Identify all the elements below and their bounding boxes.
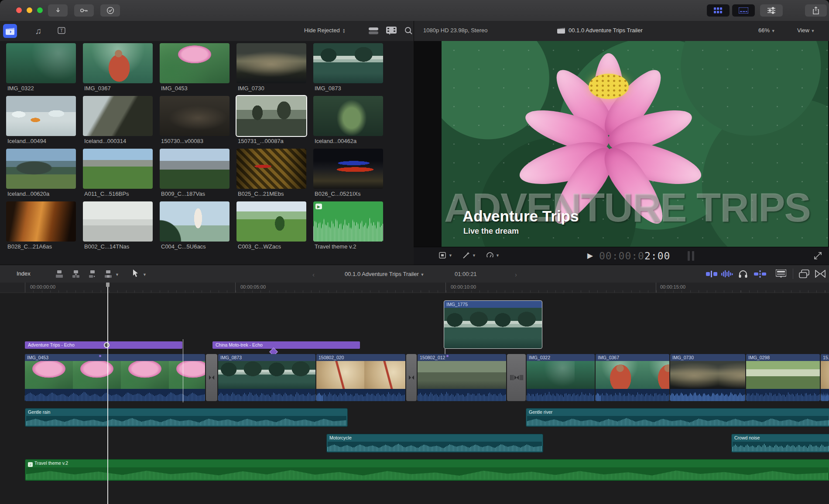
audio-skimming-toggle[interactable]: [721, 269, 734, 278]
clip-thumbnail[interactable]: [83, 96, 153, 136]
timeline-video-clip[interactable]: IMG_0322: [527, 354, 595, 401]
show-browser-button[interactable]: [707, 4, 730, 17]
clip-thumbnail[interactable]: [236, 96, 306, 136]
browser-clip[interactable]: A011_C...516BPs: [83, 149, 153, 201]
filmstrip-view-button[interactable]: [386, 27, 397, 35]
audio-clip-thumbnail[interactable]: ▶: [313, 201, 383, 242]
search-button[interactable]: [404, 27, 413, 35]
timeline-audio-clip[interactable]: Motorcycle: [326, 434, 543, 453]
clip-appearance-button[interactable]: [776, 269, 786, 278]
skimming-toggle[interactable]: [706, 270, 717, 278]
browser-clip[interactable]: Iceland...00620a: [6, 149, 76, 201]
import-media-button[interactable]: [48, 4, 68, 17]
browser-clip[interactable]: Iceland...00462a: [313, 96, 383, 149]
chevron-down-icon[interactable]: ▼: [143, 272, 147, 277]
duplicate-project-button[interactable]: [799, 269, 809, 278]
timeline-video-clip[interactable]: IMG_0873: [218, 354, 315, 401]
previous-project-button[interactable]: ‹: [312, 271, 315, 278]
timeline-video-clip[interactable]: IMG_0453: [25, 354, 205, 401]
solo-toggle[interactable]: [738, 269, 748, 279]
viewer-zoom-dropdown[interactable]: 66% ▼: [758, 27, 775, 34]
insert-clip-button[interactable]: [72, 269, 80, 278]
share-button[interactable]: [805, 4, 827, 17]
clip-thumbnail[interactable]: [160, 149, 230, 189]
browser-clip[interactable]: B009_C...187Vas: [160, 149, 230, 201]
timeline-video-clip[interactable]: 150802_012: [418, 354, 506, 401]
clip-thumbnail[interactable]: [313, 43, 383, 83]
browser-clip[interactable]: C004_C...5U6acs: [160, 201, 230, 254]
browser-clip[interactable]: Iceland...00494: [6, 96, 76, 149]
browser-clip[interactable]: IMG_0873: [313, 43, 383, 96]
timeline-video-clip[interactable]: IMG_0730: [670, 354, 745, 401]
timeline-ruler[interactable]: 00:00:00:00 00:00:05:00 00:00:10:00 00:0…: [0, 283, 829, 293]
playhead[interactable]: [107, 283, 108, 504]
timeline-audio-clip[interactable]: Gentle river: [526, 408, 829, 427]
play-button[interactable]: ▶: [587, 251, 593, 260]
transition-clip[interactable]: [406, 354, 417, 401]
browser-clip[interactable]: IMG_0322: [6, 43, 76, 96]
fullscreen-button[interactable]: [814, 252, 822, 259]
timeline-music-clip[interactable]: ♪Travel theme v.2: [25, 459, 829, 481]
timeline-audio-clip[interactable]: Crowd noise: [731, 434, 829, 453]
clip-thumbnail[interactable]: [6, 201, 76, 242]
retime-dropdown[interactable]: ▼: [486, 252, 500, 259]
clip-thumbnail[interactable]: [236, 149, 306, 189]
zoom-button[interactable]: [37, 7, 43, 13]
index-button[interactable]: Index: [17, 270, 31, 277]
background-tasks-button[interactable]: [100, 4, 120, 17]
timeline-video-clip[interactable]: IMG_0367: [596, 354, 669, 401]
tab-titles-generators[interactable]: T: [55, 24, 69, 38]
clip-thumbnail[interactable]: [160, 43, 230, 83]
transition-clip[interactable]: [206, 354, 217, 401]
clip-thumbnail[interactable]: [6, 149, 76, 189]
browser-clip[interactable]: B026_C...0521IXs: [313, 149, 383, 201]
clip-thumbnail[interactable]: [83, 149, 153, 189]
browser-clip-selected[interactable]: 150731_...00087a: [236, 96, 306, 149]
show-timeline-button[interactable]: [732, 4, 755, 17]
list-view-button[interactable]: [369, 27, 378, 34]
browser-clip[interactable]: 150730...v00083: [160, 96, 230, 149]
browser-clip[interactable]: B002_C...14TNas: [83, 201, 153, 254]
chevron-down-icon[interactable]: ▼: [115, 272, 119, 277]
snapping-toggle[interactable]: [754, 270, 766, 278]
minimize-button[interactable]: [27, 7, 32, 13]
clip-thumbnail[interactable]: [83, 201, 153, 242]
inspector-button[interactable]: [760, 4, 783, 17]
browser-clip[interactable]: Iceland...000314: [83, 96, 153, 149]
clip-thumbnail[interactable]: [160, 201, 230, 242]
tab-media-browser[interactable]: [3, 24, 17, 38]
timeline-video-clip[interactable]: IMG_0298: [746, 354, 820, 401]
transition-clip-wide[interactable]: [507, 354, 526, 401]
viewer-view-dropdown[interactable]: View ▼: [797, 27, 815, 34]
clip-thumbnail[interactable]: [6, 96, 76, 136]
clip-thumbnail[interactable]: [236, 201, 306, 242]
transitions-browser-button[interactable]: [815, 270, 826, 278]
filter-dropdown[interactable]: Hide Rejected▲▼: [304, 27, 346, 34]
next-project-button[interactable]: ›: [515, 271, 517, 278]
clip-thumbnail[interactable]: [313, 96, 383, 136]
timeline-video-clip[interactable]: 15...: [821, 354, 829, 401]
effects-dropdown[interactable]: ▼: [462, 252, 476, 259]
connect-clip-button[interactable]: [55, 269, 64, 278]
browser-clip[interactable]: B025_C...21MEbs: [236, 149, 306, 201]
playhead-handle[interactable]: [106, 283, 110, 287]
close-button[interactable]: [16, 7, 22, 13]
clip-thumbnail[interactable]: [6, 43, 76, 83]
crop-transform-dropdown[interactable]: ▼: [439, 252, 452, 259]
timeline-connected-clip[interactable]: IMG_1775: [444, 301, 542, 348]
append-clip-button[interactable]: [88, 269, 97, 278]
tool-select-button[interactable]: [133, 269, 139, 278]
timeline-title-clip[interactable]: China Moto-trek - Echo: [212, 341, 360, 349]
browser-clip[interactable]: C003_C...WZacs: [236, 201, 306, 254]
browser-clip[interactable]: IMG_0453: [160, 43, 230, 96]
tab-sound-effects[interactable]: ♫: [31, 24, 45, 38]
clip-thumbnail[interactable]: [160, 96, 230, 136]
timeline-audio-clip[interactable]: Gentle rain: [25, 408, 348, 427]
clip-thumbnail[interactable]: [83, 43, 153, 83]
browser-clip[interactable]: IMG_0367: [83, 43, 153, 96]
timeline-project-dropdown[interactable]: 00.1.0 Adventure Trips Trailer ▼: [345, 271, 424, 277]
browser-clip[interactable]: IMG_0730: [236, 43, 306, 96]
clip-thumbnail[interactable]: [236, 43, 306, 83]
keywords-button[interactable]: [74, 4, 94, 17]
timeline-video-clip[interactable]: 150802_020: [316, 354, 405, 401]
